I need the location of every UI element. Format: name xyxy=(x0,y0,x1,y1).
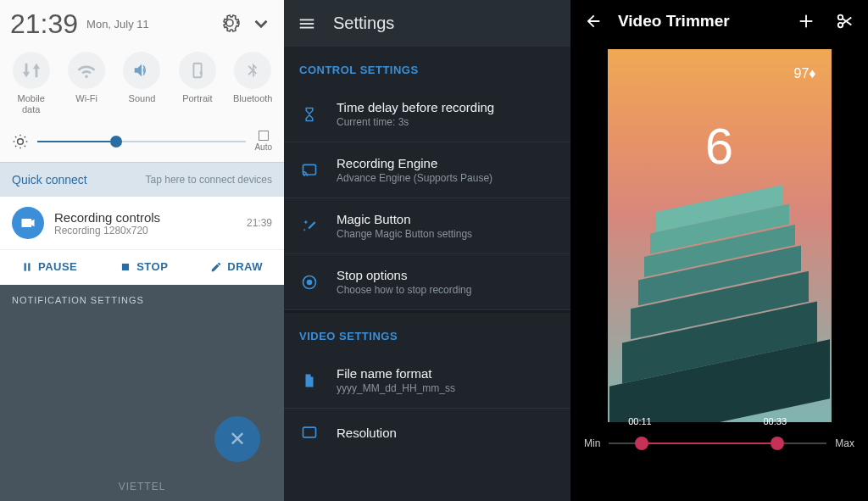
hourglass-icon xyxy=(299,104,320,125)
cast-icon xyxy=(299,160,320,181)
wifi-icon xyxy=(68,52,105,89)
appbar: Video Trimmer xyxy=(570,0,868,42)
chevron-down-icon[interactable] xyxy=(250,13,274,36)
settings-screen: Settings CONTROL SETTINGS Time delay bef… xyxy=(284,0,570,501)
clock-time: 21:39 xyxy=(10,8,78,40)
hamburger-icon[interactable] xyxy=(298,14,316,33)
brightness-row: Auto xyxy=(0,124,284,162)
trim-handle-end[interactable]: 00:33 xyxy=(771,437,784,450)
section-control-settings: CONTROL SETTINGS xyxy=(284,47,570,86)
setting-subtitle: Choose how to stop recording xyxy=(337,284,471,296)
qs-label: Bluetooth xyxy=(233,93,272,104)
page-title: Video Trimmer xyxy=(618,12,782,31)
quick-settings-row: Mobile data Wi-Fi Sound Portrait Bluetoo… xyxy=(0,47,284,124)
setting-title: Time delay before recording xyxy=(337,100,494,114)
setting-time-delay[interactable]: Time delay before recording Current time… xyxy=(284,86,570,142)
close-icon: ✕ xyxy=(229,427,246,451)
svg-point-10 xyxy=(308,280,312,284)
resolution-icon xyxy=(299,422,320,443)
score-main: 6 xyxy=(608,117,832,175)
svg-point-1 xyxy=(18,139,24,145)
qs-label: Sound xyxy=(129,93,156,104)
qs-portrait[interactable]: Portrait xyxy=(172,52,223,115)
notification-settings-header: NOTIFICATION SETTINGS xyxy=(0,285,284,305)
auto-brightness[interactable]: Auto xyxy=(254,131,272,152)
draw-button[interactable]: DRAW xyxy=(210,260,263,273)
setting-subtitle: Change Magic Button settings xyxy=(337,228,472,240)
svg-rect-3 xyxy=(28,263,30,270)
bluetooth-icon xyxy=(234,52,271,89)
qs-sound[interactable]: Sound xyxy=(116,52,167,115)
setting-subtitle: Advance Engine (Supports Pause) xyxy=(337,172,492,184)
qs-label: Mobile data xyxy=(17,93,44,115)
svg-rect-4 xyxy=(122,264,129,270)
svg-rect-5 xyxy=(300,19,314,20)
setting-title: Resolution xyxy=(337,426,397,440)
plus-icon[interactable] xyxy=(797,12,815,31)
video-trimmer-screen: Video Trimmer 97♦ 6 Min 00:11 00:33 Max xyxy=(570,0,868,501)
setting-subtitle: Current time: 3s xyxy=(337,116,494,128)
brightness-slider[interactable] xyxy=(37,141,246,142)
qs-label: Portrait xyxy=(182,93,212,104)
notification-time: 21:39 xyxy=(247,217,272,229)
trim-end-time: 00:33 xyxy=(764,416,787,426)
recording-notification[interactable]: Recording controls Recording 1280x720 21… xyxy=(0,197,284,285)
sound-icon xyxy=(123,52,160,89)
svg-rect-8 xyxy=(303,164,316,175)
checkbox-icon[interactable] xyxy=(259,131,269,141)
status-header: 21:39 Mon, July 11 xyxy=(0,0,284,47)
setting-title: Stop options xyxy=(337,268,471,282)
carrier-label: VIETTEL xyxy=(0,481,284,493)
svg-rect-13 xyxy=(800,20,813,22)
slider-thumb[interactable] xyxy=(110,136,122,148)
svg-rect-11 xyxy=(303,427,316,437)
setting-title: Recording Engine xyxy=(337,156,492,170)
data-icon xyxy=(13,52,50,89)
camera-icon xyxy=(12,207,44,239)
setting-file-name-format[interactable]: File name format yyyy_MM_dd_HH_mm_ss xyxy=(284,353,570,409)
trim-slider[interactable]: 00:11 00:33 xyxy=(609,443,826,444)
trim-handle-start[interactable]: 00:11 xyxy=(635,437,648,450)
trim-slider-row: Min 00:11 00:33 Max xyxy=(570,422,868,449)
stop-circle-icon xyxy=(299,272,320,292)
setting-magic-button[interactable]: Magic Button Change Magic Button setting… xyxy=(284,198,570,254)
setting-subtitle: yyyy_MM_dd_HH_mm_ss xyxy=(337,382,455,394)
setting-stop-options[interactable]: Stop options Choose how to stop recordin… xyxy=(284,254,570,310)
back-icon[interactable] xyxy=(584,12,603,31)
setting-title: Magic Button xyxy=(337,212,472,226)
quick-connect-row[interactable]: Quick connect Tap here to connect device… xyxy=(0,162,284,197)
notification-header: Recording controls Recording 1280x720 21… xyxy=(0,197,284,244)
stop-button[interactable]: STOP xyxy=(120,260,168,273)
auto-label: Auto xyxy=(254,142,272,152)
pause-button[interactable]: PAUSE xyxy=(21,260,77,273)
qs-mobile-data[interactable]: Mobile data xyxy=(6,52,57,115)
qs-bluetooth[interactable]: Bluetooth xyxy=(227,52,278,115)
quick-connect-label: Quick connect xyxy=(12,173,87,186)
appbar: Settings xyxy=(284,0,570,47)
notification-subtitle: Recording 1280x720 xyxy=(54,225,247,237)
qs-wifi[interactable]: Wi-Fi xyxy=(61,52,112,115)
trim-start-time: 00:11 xyxy=(628,416,652,426)
notification-actions: PAUSE STOP DRAW xyxy=(0,249,284,285)
max-label: Max xyxy=(835,437,854,449)
setting-resolution[interactable]: Resolution xyxy=(284,409,570,456)
close-fab[interactable]: ✕ xyxy=(214,416,260,462)
magic-icon xyxy=(299,216,320,237)
section-video-settings: VIDEO SETTINGS xyxy=(284,313,570,353)
quick-connect-hint: Tap here to connect devices xyxy=(146,174,272,186)
notification-shade: 21:39 Mon, July 11 Mobile data Wi-Fi Sou… xyxy=(0,0,284,501)
portrait-icon xyxy=(179,52,216,89)
brightness-icon xyxy=(12,133,29,150)
video-preview[interactable]: 97♦ 6 xyxy=(608,49,832,422)
file-icon xyxy=(299,370,320,391)
notification-title: Recording controls xyxy=(54,210,247,225)
page-title: Settings xyxy=(333,14,394,33)
svg-rect-7 xyxy=(300,26,314,28)
score-badge: 97♦ xyxy=(794,66,816,81)
min-label: Min xyxy=(584,437,600,449)
date-label: Mon, July 11 xyxy=(86,18,213,31)
gear-icon[interactable] xyxy=(220,13,243,36)
setting-title: File name format xyxy=(337,366,455,381)
scissors-icon[interactable] xyxy=(836,12,854,31)
setting-recording-engine[interactable]: Recording Engine Advance Engine (Support… xyxy=(284,142,570,198)
